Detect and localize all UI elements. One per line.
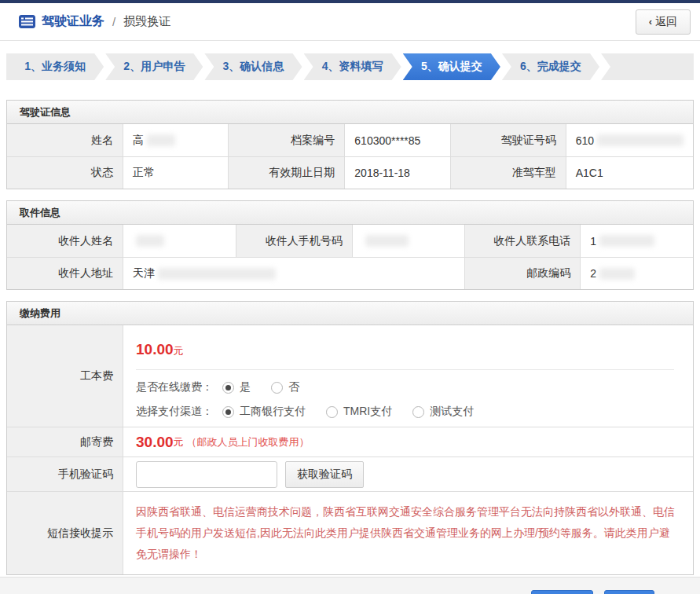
pickup-info-panel: 取件信息 收件人姓名 收件人手机号码 收件人联系电话 1 收件人地址 天津 邮政… — [6, 200, 694, 290]
postal-code-label: 邮政编码 — [464, 257, 580, 289]
step-5-confirm-submit[interactable]: 5、确认提交 — [403, 53, 500, 80]
fees-panel-title: 缴纳费用 — [7, 302, 693, 325]
step-bar-filler — [601, 53, 694, 80]
recipient-address-label: 收件人地址 — [7, 257, 123, 289]
license-number-label: 驾驶证号码 — [450, 124, 566, 156]
license-number-value: 610 — [566, 124, 693, 156]
radio-channel-tmri-label: TMRI支付 — [343, 405, 392, 419]
captcha-label: 手机验证码 — [7, 456, 123, 491]
captcha-cell: 获取验证码 — [123, 456, 693, 491]
radio-online-yes-label: 是 — [240, 380, 251, 394]
radio-channel-test[interactable]: 测试支付 — [412, 405, 474, 419]
radio-channel-tmri[interactable]: TMRI支付 — [326, 405, 392, 419]
page-title: 损毁换证 — [123, 14, 170, 29]
step-2-user-declaration[interactable]: 2、用户申告 — [105, 53, 203, 80]
radio-unselected-icon — [412, 406, 424, 418]
radio-selected-icon — [222, 406, 234, 418]
online-pay-caption: 是否在线缴费： — [136, 380, 213, 394]
radio-online-yes[interactable]: 是 — [222, 380, 251, 394]
radio-channel-icbc[interactable]: 工商银行支付 — [222, 405, 306, 419]
sms-tip-text: 因陕西省联通、电信运营商技术问题，陕西省互联网交通安全综合服务管理平台无法向持陕… — [136, 501, 680, 565]
pay-channel-caption: 选择支付渠道： — [136, 405, 213, 419]
app-title: 驾驶证业务 — [42, 13, 104, 30]
production-cost-label: 工本费 — [7, 325, 123, 427]
captcha-input[interactable] — [136, 461, 277, 488]
expiry-date-value: 2018-11-18 — [344, 156, 449, 189]
divider — [136, 369, 674, 370]
vehicle-class-value: A1C1 — [566, 156, 693, 189]
back-label: 返回 — [655, 15, 677, 29]
recipient-mobile-label: 收件人手机号码 — [236, 225, 352, 257]
expiry-date-label: 有效期止日期 — [228, 156, 344, 189]
redacted-value — [147, 134, 175, 146]
footer-action-bar: 上一步 完成 — [0, 577, 700, 594]
radio-selected-icon — [222, 382, 234, 394]
license-info-panel: 驾驶证信息 姓名 高 档案编号 610300****85 驾驶证号码 610 状… — [6, 100, 694, 189]
recipient-phone-label: 收件人联系电话 — [464, 225, 580, 257]
redacted-value — [136, 235, 164, 247]
pickup-info-table: 收件人姓名 收件人手机号码 收件人联系电话 1 收件人地址 天津 邮政编码 2 — [7, 225, 693, 289]
sms-tip-cell: 因陕西省联通、电信运营商技术问题，陕西省互联网交通安全综合服务管理平台无法向持陕… — [123, 491, 693, 574]
recipient-address-value: 天津 — [123, 257, 464, 289]
radio-unselected-icon — [326, 406, 338, 418]
status-value: 正常 — [123, 156, 228, 189]
get-captcha-button[interactable]: 获取验证码 — [285, 461, 364, 488]
step-1-business-notice[interactable]: 1、业务须知 — [6, 53, 104, 80]
name-label: 姓名 — [7, 124, 123, 156]
recipient-phone-value: 1 — [580, 225, 693, 257]
mail-fee-label: 邮寄费 — [7, 427, 123, 456]
production-cost-cell: 10.00元 是否在线缴费： 是 否 选择支付渠道： 工商银行支付 — [123, 325, 693, 427]
recipient-name-label: 收件人姓名 — [7, 225, 123, 257]
fees-panel: 缴纳费用 工本费 10.00元 是否在线缴费： 是 否 选择支付渠道： — [6, 301, 694, 575]
mail-fee-cell: 30.00元 （邮政人员上门收取费用） — [123, 427, 693, 456]
status-label: 状态 — [7, 156, 123, 189]
license-list-icon — [19, 15, 35, 28]
license-info-table: 姓名 高 档案编号 610300****85 驾驶证号码 610 状态 正常 有… — [7, 124, 693, 189]
back-chevron-icon: ‹ — [649, 16, 652, 28]
mail-fee-note: （邮政人员上门收取费用） — [187, 435, 310, 449]
redacted-value — [599, 235, 654, 247]
radio-channel-test-label: 测试支付 — [430, 405, 474, 419]
license-info-panel-title: 驾驶证信息 — [7, 101, 693, 124]
finish-button[interactable]: 完成 — [604, 590, 654, 594]
redacted-value — [597, 134, 684, 146]
vehicle-class-label: 准驾车型 — [450, 156, 566, 189]
header: 驾驶证业务 / 损毁换证 ‹ 返回 — [0, 3, 700, 41]
step-4-fill-data[interactable]: 4、资料填写 — [304, 53, 401, 80]
recipient-mobile-value — [352, 225, 465, 257]
radio-unselected-icon — [271, 382, 283, 394]
radio-online-no[interactable]: 否 — [271, 380, 299, 394]
file-number-label: 档案编号 — [228, 124, 344, 156]
back-button[interactable]: ‹ 返回 — [636, 9, 691, 35]
step-3-confirm-info[interactable]: 3、确认信息 — [204, 53, 302, 80]
pickup-info-panel-title: 取件信息 — [7, 201, 693, 225]
redacted-value — [599, 268, 635, 280]
name-value: 高 — [123, 124, 228, 156]
sms-tip-label: 短信接收提示 — [7, 491, 123, 574]
fees-table: 工本费 10.00元 是否在线缴费： 是 否 选择支付渠道： — [7, 325, 693, 574]
redacted-value — [365, 235, 409, 247]
online-pay-option-row: 是否在线缴费： 是 否 — [136, 380, 680, 394]
file-number-value: 610300****85 — [344, 124, 449, 156]
redacted-value — [158, 268, 276, 280]
step-wizard: 1、业务须知 2、用户申告 3、确认信息 4、资料填写 5、确认提交 6、完成提… — [6, 53, 694, 80]
radio-online-no-label: 否 — [288, 380, 299, 394]
step-6-finish-submit[interactable]: 6、完成提交 — [502, 53, 599, 80]
pay-channel-option-row: 选择支付渠道： 工商银行支付 TMRI支付 测试支付 — [136, 405, 680, 419]
radio-channel-icbc-label: 工商银行支付 — [240, 405, 306, 419]
breadcrumb-separator: / — [112, 15, 115, 28]
previous-step-button[interactable]: 上一步 — [531, 590, 593, 594]
production-cost-amount: 10.00元 — [136, 333, 680, 369]
breadcrumb: 驾驶证业务 / 损毁换证 — [19, 13, 170, 30]
postal-code-value: 2 — [580, 257, 693, 289]
recipient-name-value — [123, 225, 236, 257]
